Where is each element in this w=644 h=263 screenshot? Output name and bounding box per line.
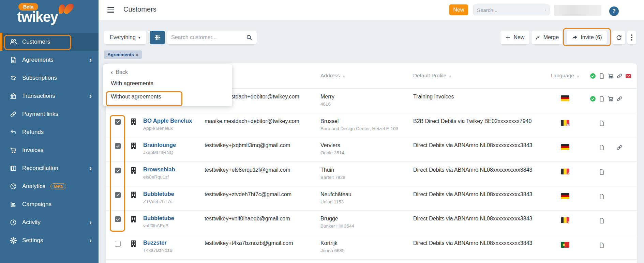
document-icon[interactable] [597,143,606,152]
building-icon [130,167,137,174]
customer-email: maaike.mestdach+debitor@twikey.com [205,118,299,124]
document-icon[interactable] [597,168,606,176]
row-checkbox[interactable] [115,168,121,173]
row-checkbox[interactable] [115,192,121,198]
customer-email: testtwikey+ztvdeh7ht7c@gmail.com [205,191,291,198]
language-flag-icon [561,95,569,101]
document-icon[interactable] [597,192,606,201]
table-row[interactable]: Brainlounge JxqbMLt3RNQ testtwikey+jxqbm… [106,137,637,162]
building-icon [130,191,137,198]
repeat-icon [10,74,17,82]
customer-name-link[interactable]: Bubbletube [143,191,174,197]
customer-name-link[interactable]: Bubbletube [143,215,174,221]
butterfly-icon [57,1,76,18]
dropdown-back-item[interactable]: ‹ Back [111,68,128,76]
document-icon[interactable] [597,119,606,128]
default-profile: Direct Debits via ABNAmro NL08xxxxxxxxxx… [413,216,532,222]
column-header-language[interactable]: Language▲ [551,73,580,79]
address-line2: Jenna 6685 [320,248,345,253]
sidebar-item-label: Transactions [22,93,55,99]
chevron-down-icon: ▾ [138,35,140,40]
dropdown-item-without-agreements[interactable]: Without agreements [111,93,161,100]
check-icon [116,120,120,124]
sidebar-item-activity[interactable]: Activity › [0,213,99,231]
column-header-address[interactable]: Address▲ [320,73,346,79]
customer-name-link[interactable]: Browseblab [143,166,175,173]
table-row[interactable]: Bubbletube vnIf0lhAEqB testtwikey+vnif0l… [106,211,637,235]
cart-icon[interactable] [606,72,615,80]
hamburger-menu-icon[interactable] [107,7,114,13]
document-icon[interactable] [597,72,606,80]
customer-name-link[interactable]: Buzzster [143,239,167,246]
address-line2: 4616 [320,102,331,107]
sidebar-item-agreements[interactable]: Agreements › [0,51,99,69]
mail-icon[interactable] [624,72,633,80]
row-checkbox[interactable] [115,216,121,222]
language-flag-icon: fr [561,217,569,223]
default-profile: Direct Debits via ABNAmro NL08xxxxxxxxxx… [413,240,532,246]
sidebar-item-refunds[interactable]: Refunds [0,123,99,141]
customer-search-input[interactable] [171,34,246,41]
global-search-input[interactable] [477,7,545,13]
table-row[interactable]: Bubbletube ZTVdeh7hT7c testtwikey+ztvdeh… [106,186,637,211]
address-city: Merry [320,94,334,100]
search-icon [545,7,546,13]
chain-icon [10,110,17,118]
new-customer-button[interactable]: New [500,31,529,44]
row-checkbox[interactable] [115,119,121,125]
dropdown-item-with-agreements[interactable]: With agreements [111,80,153,87]
table-row[interactable]: Browseblab els8eRqu1zf testtwikey+els8er… [106,162,637,186]
undo-icon [10,128,17,136]
sidebar-item-payment-links[interactable]: Payment links [0,105,99,123]
sort-asc-icon: ▲ [448,74,452,78]
sidebar-item-subscriptions[interactable]: Subscriptions [0,69,99,87]
invite-button[interactable]: Invite (6) [567,31,607,44]
default-profile: Direct Debits via ABNAmro NL08xxxxxxxxxx… [413,167,532,173]
sidebar-item-invoices[interactable]: Invoices [0,141,99,159]
sidebar-item-campaigns[interactable]: Campaigns [0,195,99,213]
language-flag-icon [561,193,569,199]
row-badges [588,216,633,225]
row-checkbox[interactable] [115,241,121,247]
document-icon[interactable] [597,241,606,250]
filter-button[interactable] [150,31,165,44]
customer-name-link[interactable]: BO Apple Benelux [143,118,192,124]
document-icon[interactable] [597,216,606,225]
new-button-topbar[interactable]: New [449,4,468,15]
customer-subname: T4xa7BzNozB [143,248,173,253]
merge-button[interactable]: Merge [531,31,562,44]
scope-dropdown[interactable]: Everything ▾ [104,31,146,44]
customer-name-link[interactable]: Brainlounge [143,142,176,148]
redacted-account-name [554,5,601,16]
check-icon [116,193,120,197]
sort-asc-icon: ▲ [576,74,580,78]
customer-search [167,31,257,44]
check-circle-icon[interactable] [588,72,597,80]
customer-subname: vnIf0lhAEqB [143,223,168,228]
sidebar-item-settings[interactable]: Settings › [0,231,99,249]
default-profile: Training invoices [413,94,454,100]
sidebar-item-transactions[interactable]: Transactions › [0,87,99,105]
sidebar-item-customers[interactable]: Customers [0,33,99,51]
sidebar-item-analytics[interactable]: Analytics Beta [0,177,99,195]
sidebar-item-label: Payment links [22,111,58,118]
address-city: Thuin [320,167,334,173]
refresh-button[interactable] [612,31,625,44]
sidebar-item-label: Customers [22,38,50,45]
document-icon[interactable] [597,94,606,103]
building-icon [130,215,137,222]
header-badge-columns [588,72,633,80]
sidebar-item-reconciliation[interactable]: Reconciliation › [0,159,99,177]
sidebar-nav: Customers Agreements › Subscriptions Tra… [0,33,99,249]
address-line2: Bartelt 7928 [320,175,345,180]
table-row[interactable]: BO Apple Benelux Apple Benelux maaike.me… [106,113,637,138]
help-button[interactable]: ? [609,6,619,16]
table-row[interactable]: Buzzster T4xa7BzNozB testtwikey+t4xa7bzn… [106,235,637,260]
row-checkbox[interactable] [115,143,121,149]
default-profile: Direct Debits via ABNAmro NL08xxxxxxxxxx… [413,142,532,149]
link-icon[interactable] [615,72,624,80]
filter-chip-agreements[interactable]: Agreements = [104,50,142,59]
chevron-right-icon: › [89,56,92,64]
kebab-menu-button[interactable] [627,31,636,44]
column-header-default-profile[interactable]: Default Profile▲ [413,73,452,79]
